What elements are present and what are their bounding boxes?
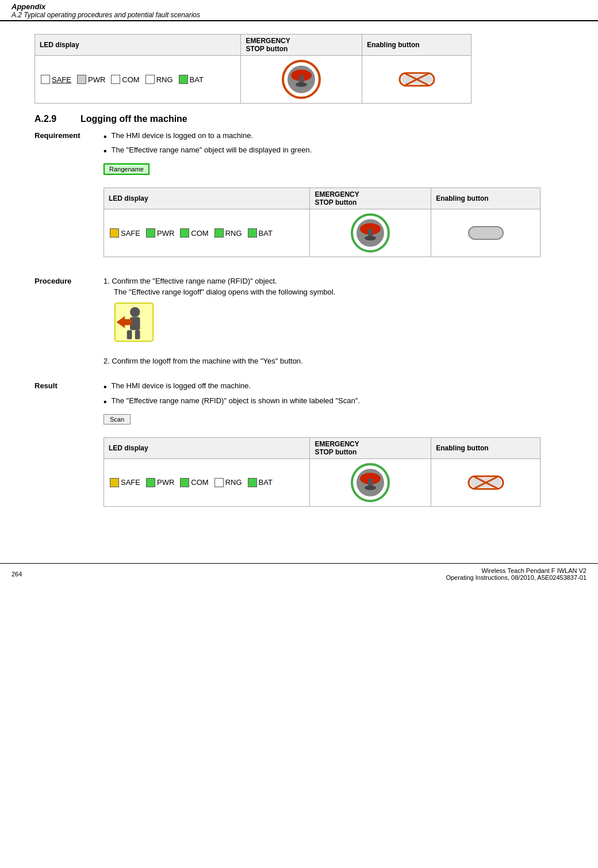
requirement-bullets: The HMI device is logged on to a machine… <box>103 131 564 156</box>
page-footer: 264 Wireless Teach Pendant F IWLAN V2 Op… <box>0 563 598 584</box>
led-bat-box <box>248 228 257 238</box>
svg-rect-18 <box>127 330 132 339</box>
enable-header-2: Enabling button <box>431 188 540 209</box>
led-bat-label: BAT <box>190 75 204 84</box>
led-rng-box <box>214 228 224 238</box>
led-rng-label: RNG <box>225 478 242 487</box>
led-display: SAFE PWR COM <box>110 228 304 238</box>
app-title: Appendix <box>12 2 586 11</box>
led-bat: BAT <box>248 228 273 238</box>
requirement-label: Requirement <box>34 131 103 267</box>
led-bat: BAT <box>248 478 273 487</box>
svg-point-13 <box>365 236 376 240</box>
led-pwr-box <box>146 228 155 238</box>
led-com-label: COM <box>191 478 208 487</box>
led-com-label: COM <box>191 229 208 238</box>
led-table-1: LED display EMERGENCYSTOP button Enablin… <box>34 34 471 104</box>
rangename-badge: Rangename <box>103 163 150 175</box>
enable-cell-2 <box>431 209 540 257</box>
led-display-cell-1: SAFE PWR COM RNG <box>35 56 241 104</box>
enable-crossed-icon <box>397 65 437 94</box>
estop-header-2: EMERGENCYSTOP button <box>310 188 431 209</box>
enable-cell-3 <box>431 458 540 506</box>
list-item: The "Effective range name (RFID)" object… <box>103 396 564 407</box>
table-row: SAFE PWR COM <box>104 458 540 506</box>
step-text: Confirm the logoff from the machine with… <box>112 357 302 365</box>
led-display: SAFE PWR COM <box>110 478 304 487</box>
list-item: The HMI device is logged on to a machine… <box>103 131 564 142</box>
page-header: Appendix A.2 Typical operating procedure… <box>0 0 598 21</box>
led-rng: RNG <box>214 478 242 487</box>
doc-ref: Operating Instructions, 08/2010, A5E0245… <box>446 574 586 581</box>
requirement-section: Requirement The HMI device is logged on … <box>34 131 564 267</box>
result-label: Result <box>34 381 103 517</box>
result-bullets: The HMI device is logged off the machine… <box>103 381 564 407</box>
svg-point-25 <box>365 485 376 490</box>
led-com: COM <box>180 228 208 238</box>
led-display-cell-3: SAFE PWR COM <box>104 458 310 506</box>
section-title: Logging off the machine <box>80 114 187 124</box>
led-pwr-label: PWR <box>157 478 174 487</box>
led-safe-label: SAFE <box>121 229 140 238</box>
led-rng-label: RNG <box>156 75 173 84</box>
svg-point-16 <box>130 307 140 318</box>
led-display-header-1: LED display <box>35 35 241 56</box>
scan-badge: Scan <box>103 414 131 425</box>
svg-point-4 <box>296 82 307 87</box>
led-safe-box <box>110 228 119 238</box>
page-subtitle: A.2 Typical operating procedures and pot… <box>12 11 586 19</box>
list-item: Confirm the logoff from the machine with… <box>103 357 564 365</box>
led-com-box <box>180 478 189 487</box>
led-rng-box <box>145 75 155 84</box>
led-rng-label: RNG <box>225 229 242 238</box>
enable-active-icon <box>466 219 506 247</box>
led-safe-box <box>41 75 50 84</box>
estop-pressed-icon <box>281 59 321 100</box>
led-pwr-label: PWR <box>157 229 174 238</box>
led-safe-label: SAFE <box>121 478 140 487</box>
estop-header-3: EMERGENCYSTOP button <box>310 437 431 458</box>
enable-header-1: Enabling button <box>362 35 471 56</box>
led-rng: RNG <box>214 228 242 238</box>
led-bat-label: BAT <box>259 229 273 238</box>
estop-container-3 <box>316 462 425 503</box>
svg-rect-14 <box>469 227 503 239</box>
section-number: A.2.9 <box>34 114 80 124</box>
section-heading: A.2.9 Logging off the machine <box>34 114 564 124</box>
enable-container-1 <box>368 65 465 94</box>
enable-container-3 <box>437 468 534 497</box>
led-bat-box <box>248 478 257 487</box>
enable-header-3: Enabling button <box>431 437 540 458</box>
led-pwr-label: PWR <box>88 75 105 84</box>
led-pwr: PWR <box>77 75 105 84</box>
footer-right: Wireless Teach Pendant F IWLAN V2 Operat… <box>446 567 586 581</box>
result-content: The HMI device is logged off the machine… <box>103 381 564 517</box>
list-item: The "Effective range name" object will b… <box>103 146 564 156</box>
led-display-cell-2: SAFE PWR COM <box>104 209 310 257</box>
estop-released-icon <box>350 462 390 503</box>
estop-active-icon <box>350 213 390 253</box>
led-pwr: PWR <box>146 228 174 238</box>
estop-header-1: EMERGENCYSTOP button <box>241 35 362 56</box>
procedure-label: Procedure <box>34 277 103 372</box>
step-sub: The "Effective range logoff" dialog open… <box>114 288 564 296</box>
enable-released-icon <box>466 468 506 497</box>
estop-cell-1 <box>241 56 362 104</box>
estop-container-2 <box>316 213 425 253</box>
procedure-list: Confirm the "Effective range name (RFID)… <box>103 277 564 365</box>
procedure-content: Confirm the "Effective range name (RFID)… <box>103 277 564 372</box>
led-safe-box <box>110 478 119 487</box>
list-item: The HMI device is logged off the machine… <box>103 381 564 392</box>
led-rng-box <box>214 478 224 487</box>
bullet-text: The "Effective range name (RFID)" object… <box>112 396 360 405</box>
led-safe: SAFE <box>110 478 140 487</box>
result-section: Result The HMI device is logged off the … <box>34 381 564 517</box>
led-bat-label: BAT <box>259 478 273 487</box>
svg-rect-19 <box>135 330 140 339</box>
requirement-content: The HMI device is logged on to a machine… <box>103 131 564 267</box>
led-pwr-box <box>146 478 155 487</box>
bullet-text: The HMI device is logged on to a machine… <box>112 131 253 140</box>
led-display-header-3: LED display <box>104 437 310 458</box>
led-safe-label: SAFE <box>52 75 71 84</box>
led-safe: SAFE <box>41 75 71 84</box>
